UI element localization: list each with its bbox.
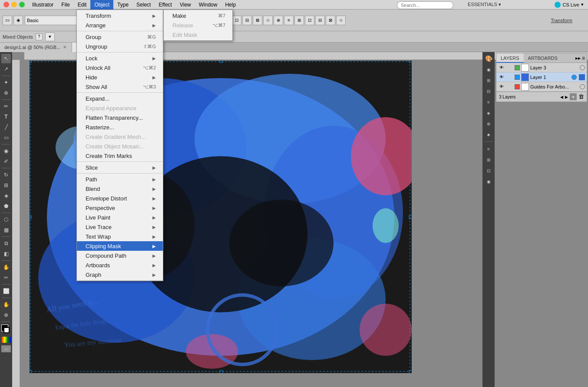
menu-arrange[interactable]: Arrange ▶: [77, 20, 163, 30]
tab-design1-close[interactable]: ✕: [62, 45, 67, 50]
layers-delete-btn[interactable]: 🗑: [578, 93, 584, 100]
screen-mode-btn[interactable]: ▭: [1, 345, 11, 352]
align-icon-4[interactable]: ⊠: [253, 16, 262, 25]
symbol-tool[interactable]: ⬡: [1, 215, 11, 224]
menu-effect[interactable]: Effect: [155, 0, 175, 10]
minimize-button[interactable]: [11, 2, 17, 7]
line-tool[interactable]: ╱: [1, 122, 11, 132]
align-icon-3[interactable]: ⊟: [242, 16, 252, 25]
layers-add-btn[interactable]: +: [570, 93, 577, 100]
warp-tool[interactable]: ◈: [1, 191, 11, 200]
menu-file[interactable]: File: [57, 0, 73, 10]
align-icon-5[interactable]: ⊹: [263, 16, 273, 25]
layer1-lock-icon[interactable]: [506, 74, 513, 81]
layers-nav-left[interactable]: ◂: [560, 93, 563, 100]
right-panel-btn6[interactable]: ◈: [484, 108, 493, 118]
hand-tool[interactable]: ✋: [1, 300, 11, 309]
eyedropper-tool[interactable]: ✋: [1, 262, 11, 272]
menu-text-wrap[interactable]: Text Wrap ▶: [77, 232, 163, 241]
menu-graph[interactable]: Graph ▶: [77, 270, 163, 279]
layer-row-guides[interactable]: 👁 Guides For Arbo...: [496, 82, 587, 92]
menu-show-all[interactable]: Show All ⌥⌘3: [77, 82, 163, 92]
menu-rasterize[interactable]: Rasterize...: [77, 122, 163, 132]
layer3-lock-icon[interactable]: [506, 64, 513, 71]
layers-expand-icon[interactable]: ▸▸: [575, 55, 581, 61]
lasso-tool[interactable]: ⊕: [1, 88, 11, 98]
menu-illustrator[interactable]: Illustrator: [28, 0, 57, 10]
right-panel-btn7[interactable]: ⊕: [484, 119, 493, 128]
cs-live-button[interactable]: CS Live ▾: [555, 2, 588, 8]
right-panel-btn10[interactable]: ⊞: [484, 155, 493, 164]
right-panel-btn2[interactable]: ◉: [484, 65, 493, 74]
align-icon-7[interactable]: ≡: [284, 16, 294, 25]
right-panel-btn3[interactable]: ⊞: [484, 75, 493, 85]
right-panel-btn11[interactable]: ⊡: [484, 166, 493, 175]
menu-ungroup[interactable]: Ungroup ⇧⌘G: [77, 42, 163, 51]
tab-design1[interactable]: design1.ai @ 50% (RGB... ✕: [0, 43, 72, 52]
transform-link[interactable]: Transform: [551, 18, 585, 23]
layer-row-layer3[interactable]: 👁 Layer 3: [496, 63, 587, 72]
type-tool[interactable]: T: [1, 112, 11, 121]
align-icon-12[interactable]: ⊹: [336, 16, 346, 25]
menu-transform[interactable]: Transform ▶: [77, 11, 163, 20]
layer3-target[interactable]: [580, 65, 585, 70]
align-icon-11[interactable]: ⊠: [326, 16, 335, 25]
menu-slice[interactable]: Slice ▶: [77, 163, 163, 172]
right-panel-btn4[interactable]: ⊟: [484, 86, 493, 96]
artboard-tool[interactable]: ⬜: [1, 286, 11, 296]
menu-flatten-transparency[interactable]: Flatten Transparency...: [77, 113, 163, 122]
menu-artboards[interactable]: Artboards ▶: [77, 260, 163, 270]
right-panel-btn9[interactable]: ≡: [484, 144, 493, 154]
menu-path[interactable]: Path ▶: [77, 174, 163, 184]
direct-selection-tool[interactable]: ↗: [1, 64, 11, 74]
menu-clipping-mask[interactable]: Clipping Mask ▶: [77, 241, 163, 251]
search-input[interactable]: [397, 1, 453, 9]
menu-group[interactable]: Group ⌘G: [77, 32, 163, 42]
layer1-eye-icon[interactable]: 👁: [498, 74, 505, 81]
menu-lock[interactable]: Lock ▶: [77, 53, 163, 63]
align-icon-10[interactable]: ⊟: [315, 16, 325, 25]
align-icon-8[interactable]: ⊞: [294, 16, 304, 25]
menu-window[interactable]: Window: [195, 0, 221, 10]
fill-stroke-tool[interactable]: [1, 325, 11, 334]
menu-help[interactable]: Help: [221, 0, 240, 10]
selection-tool[interactable]: ↖: [1, 54, 11, 63]
guides-lock-icon[interactable]: [506, 83, 513, 90]
right-panel-btn5[interactable]: ≡: [484, 97, 493, 107]
right-panel-btn12[interactable]: ◉: [484, 177, 493, 186]
guides-eye-icon[interactable]: 👁: [498, 83, 505, 90]
scale-tool[interactable]: ⊞: [1, 180, 11, 190]
menu-select[interactable]: Select: [132, 0, 155, 10]
layers-nav-right[interactable]: ▸: [565, 93, 568, 100]
gradient-tool[interactable]: ◧: [1, 249, 11, 259]
mesh-tool[interactable]: ⧉: [1, 239, 11, 248]
menu-live-paint[interactable]: Live Paint ▶: [77, 213, 163, 222]
mixed-objects-btn[interactable]: ▾: [45, 33, 55, 41]
layer1-target[interactable]: [571, 75, 577, 80]
mixed-objects-icon[interactable]: ?: [36, 33, 43, 40]
menu-type[interactable]: Type: [113, 0, 132, 10]
menu-blend[interactable]: Blend ▶: [77, 184, 163, 194]
menu-object[interactable]: Object: [90, 0, 113, 10]
zoom-tool[interactable]: ⊕: [1, 310, 11, 320]
menu-perspective[interactable]: Perspective ▶: [77, 203, 163, 213]
right-panel-btn8[interactable]: ♣: [484, 130, 493, 139]
blend-tool[interactable]: ✂: [1, 273, 11, 282]
menu-hide[interactable]: Hide ▶: [77, 72, 163, 82]
close-button[interactable]: [3, 2, 9, 7]
menu-unlock-all[interactable]: Unlock All ⌥⌘2: [77, 63, 163, 72]
layer-row-layer1[interactable]: 👁 Layer 1: [496, 72, 587, 82]
maximize-button[interactable]: [19, 2, 25, 7]
menu-view[interactable]: View: [176, 0, 195, 10]
layers-menu-icon[interactable]: ≡: [582, 55, 585, 61]
pencil-tool[interactable]: ✐: [1, 157, 11, 166]
color-mode-toggle[interactable]: [1, 337, 11, 343]
guides-target[interactable]: [580, 84, 585, 89]
layer3-eye-icon[interactable]: 👁: [498, 64, 505, 71]
menu-envelope-distort[interactable]: Envelope Distort ▶: [77, 194, 163, 203]
artboards-tab[interactable]: ARTBOARDS: [524, 53, 562, 63]
menu-create-trim-marks[interactable]: Create Trim Marks: [77, 151, 163, 161]
menu-live-trace[interactable]: Live Trace ▶: [77, 222, 163, 232]
toolbar-icon-1[interactable]: ▭: [3, 16, 12, 25]
align-icon-6[interactable]: ⊕: [274, 16, 283, 25]
